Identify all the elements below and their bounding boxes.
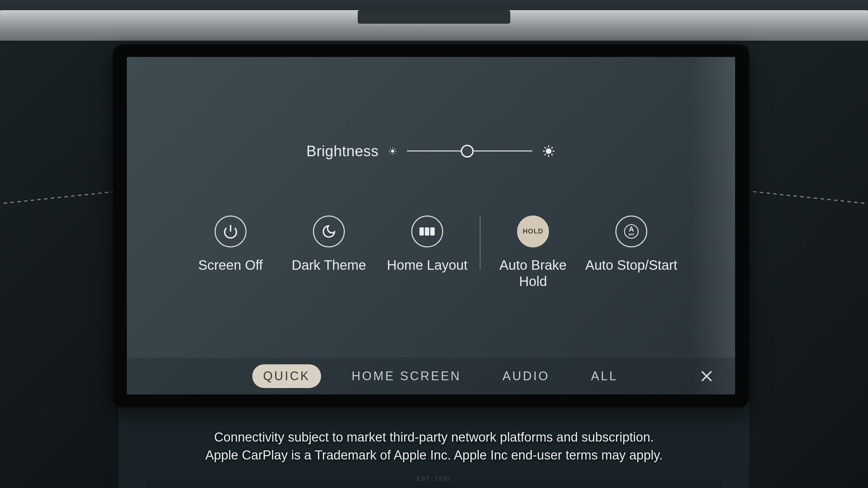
svg-line-5 [390, 148, 391, 149]
brightness-slider[interactable] [407, 150, 532, 151]
svg-line-6 [395, 153, 395, 154]
auto-brake-hold-button[interactable]: HOLD Auto Brake Hold [484, 216, 582, 289]
svg-line-14 [545, 147, 546, 148]
dark-theme-button[interactable]: Dark Theme [280, 216, 378, 273]
svg-line-8 [395, 148, 395, 149]
settings-content: Brightness [127, 57, 735, 358]
home-layout-button[interactable]: Home Layout [378, 216, 476, 273]
leather-panel-left [0, 44, 119, 488]
disclaimer-text: Connectivity subject to market third-par… [205, 428, 663, 464]
dashboard-background [0, 0, 868, 47]
dashboard-vent-slot [358, 10, 510, 24]
close-button[interactable] [698, 368, 715, 384]
brightness-label: Brightness [307, 143, 379, 160]
hold-icon-text: HOLD [523, 227, 544, 235]
svg-rect-20 [425, 227, 429, 236]
bottom-tab-bar: QUICK HOME SCREEN AUDIO ALL [127, 358, 735, 394]
stitching-right [746, 190, 864, 204]
svg-point-9 [547, 149, 551, 153]
svg-line-17 [552, 147, 553, 148]
dashboard-trim [0, 10, 868, 41]
grid-icon [411, 216, 443, 247]
auto-stop-start-label: Auto Stop/Start [585, 257, 677, 273]
svg-line-7 [390, 153, 391, 154]
tab-quick[interactable]: QUICK [252, 364, 321, 388]
dark-theme-label: Dark Theme [292, 257, 366, 273]
tabs-group: QUICK HOME SCREEN AUDIO ALL [252, 364, 629, 388]
action-divider [480, 216, 480, 270]
screen-off-label: Screen Off [198, 257, 263, 273]
svg-rect-21 [430, 227, 435, 236]
auto-stop-start-icon: A OFF [615, 216, 647, 247]
brightness-slider-thumb[interactable] [461, 145, 474, 158]
sun-bright-icon [542, 144, 555, 158]
svg-line-15 [552, 154, 553, 155]
svg-line-16 [545, 154, 546, 155]
quick-actions-row: Screen Off Dark Theme [181, 216, 680, 289]
brightness-control: Brightness [307, 143, 556, 160]
auto-brake-hold-label: Auto Brake Hold [484, 257, 582, 289]
lower-screen-panel: EST. 1935 [146, 469, 722, 488]
tab-home-screen[interactable]: HOME SCREEN [341, 364, 472, 388]
svg-text:A: A [629, 225, 634, 233]
screen-off-button[interactable]: Screen Off [181, 216, 280, 273]
tab-audio[interactable]: AUDIO [492, 364, 560, 388]
svg-text:OFF: OFF [628, 233, 634, 236]
hold-icon: HOLD [517, 216, 549, 247]
auto-stop-start-button[interactable]: A OFF Auto Stop/Start [582, 216, 680, 273]
tab-all[interactable]: ALL [580, 364, 629, 388]
svg-point-0 [392, 150, 394, 152]
power-icon [215, 216, 246, 247]
brand-est-badge: EST. 1935 [417, 476, 451, 482]
touchscreen-bezel: Brightness [113, 44, 749, 407]
disclaimer-line-1: Connectivity subject to market third-par… [205, 428, 663, 446]
disclaimer-line-2: Apple CarPlay is a Trademark of Apple In… [205, 446, 663, 464]
home-layout-label: Home Layout [387, 257, 468, 273]
leather-panel-right [749, 44, 868, 488]
moon-icon [313, 216, 345, 247]
touchscreen: Brightness [127, 57, 735, 394]
svg-rect-19 [419, 227, 424, 236]
stitching-left [4, 190, 122, 204]
sun-dim-icon [388, 146, 397, 156]
